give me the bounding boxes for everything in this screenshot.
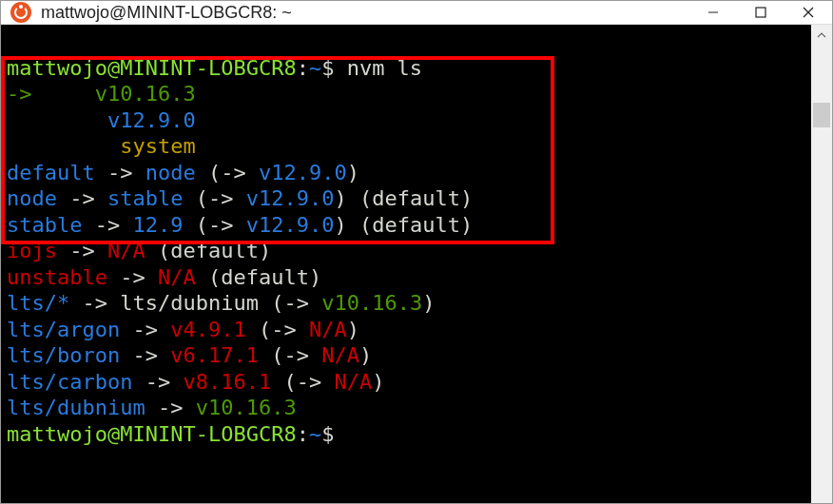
- na: N/A: [334, 370, 372, 394]
- arrow: ->: [132, 343, 158, 367]
- terminal-body[interactable]: mattwojo@MININT-LOBGCR8:~$ nvm ls -> v10…: [1, 25, 832, 503]
- stable-name: stable: [107, 186, 183, 210]
- prompt-dollar: $: [321, 56, 334, 80]
- line-node: node -> stable (-> v12.9.0) (default): [7, 186, 473, 210]
- command-text: nvm ls: [347, 56, 422, 80]
- prompt-dollar: $: [321, 422, 334, 446]
- close-button[interactable]: [785, 1, 832, 24]
- line-unstable: unstable -> N/A (default): [7, 265, 321, 289]
- paren-close: ): [372, 370, 384, 394]
- prompt-userhost: mattwojo@MININT-LOBGCR8: [7, 422, 297, 446]
- line-system: system: [7, 134, 196, 158]
- prompt-line-1: mattwojo@MININT-LOBGCR8:~$ nvm ls: [7, 56, 422, 80]
- default-txt: (default): [359, 186, 473, 210]
- paren-arrow: (->: [196, 186, 234, 210]
- paren-arrow: (->: [196, 213, 234, 237]
- current-arrow: ->: [7, 82, 32, 106]
- ubuntu-icon: [10, 2, 31, 23]
- arrow: ->: [145, 370, 171, 394]
- paren-close: ): [359, 343, 372, 367]
- paren-arrow: (->: [208, 161, 246, 184]
- line-v2: v12.9.0: [7, 108, 196, 132]
- stable-label: stable: [7, 213, 82, 237]
- default-label: default: [7, 161, 95, 184]
- default-txt: (default): [158, 239, 271, 262]
- scroll-thumb[interactable]: [813, 103, 830, 127]
- paren-close: ): [334, 186, 346, 210]
- paren-arrow: (->: [283, 370, 321, 394]
- arrow: ->: [69, 239, 95, 262]
- paren-arrow: (->: [271, 343, 309, 367]
- na: N/A: [321, 343, 359, 367]
- v12-9-0: v12.9.0: [246, 186, 335, 210]
- prompt-sep: :: [297, 422, 309, 446]
- line-current: -> v10.16.3: [7, 82, 196, 106]
- paren-close: ): [422, 291, 435, 315]
- svg-rect-1: [756, 8, 765, 17]
- iojs-label: iojs: [7, 239, 57, 262]
- node-name: node: [145, 161, 196, 184]
- default-txt: (default): [208, 265, 321, 289]
- line-default: default -> node (-> v12.9.0): [7, 161, 359, 184]
- window-controls: [689, 1, 832, 24]
- scrollbar[interactable]: [811, 25, 832, 503]
- node-label: node: [7, 186, 57, 210]
- unstable-label: unstable: [7, 265, 107, 289]
- v12-9-0: v12.9.0: [259, 161, 347, 184]
- arrow: ->: [95, 213, 121, 237]
- n12-9: 12.9: [132, 213, 183, 237]
- terminal-window: mattwojo@MININT-LOBGCR8: ~ mattwojo@MINI…: [0, 0, 833, 504]
- na: N/A: [158, 265, 196, 289]
- version-12-9-0: v12.9.0: [107, 108, 196, 132]
- v10-16-3: v10.16.3: [321, 291, 422, 315]
- arrow: ->: [107, 161, 133, 184]
- lts-carbon-label: lts/carbon: [7, 370, 132, 394]
- version-10-16-3: v10.16.3: [95, 82, 196, 106]
- titlebar: mattwojo@MININT-LOBGCR8: ~: [1, 1, 832, 25]
- paren-arrow: (->: [271, 291, 309, 315]
- default-txt: (default): [359, 213, 473, 237]
- lts-boron-label: lts/boron: [7, 343, 120, 367]
- system-label: system: [120, 134, 195, 158]
- arrow: ->: [82, 291, 107, 315]
- maximize-button[interactable]: [737, 1, 785, 24]
- scroll-up-icon[interactable]: [811, 25, 832, 46]
- arrow: ->: [132, 318, 158, 341]
- line-lts-dubnium: lts/dubnium -> v10.16.3: [7, 396, 297, 419]
- na: N/A: [309, 318, 347, 341]
- v8-16-1: v8.16.1: [183, 370, 271, 394]
- v10-16-3: v10.16.3: [196, 396, 297, 419]
- v12-9-0: v12.9.0: [246, 213, 335, 237]
- v6-17-1: v6.17.1: [170, 343, 259, 367]
- line-iojs: iojs -> N/A (default): [7, 239, 271, 262]
- prompt-path: ~: [309, 56, 321, 80]
- paren-close: ): [347, 318, 359, 341]
- line-lts-argon: lts/argon -> v4.9.1 (-> N/A): [7, 318, 359, 341]
- prompt-userhost: mattwojo@MININT-LOBGCR8: [7, 56, 297, 80]
- arrow: ->: [158, 396, 184, 419]
- v4-9-1: v4.9.1: [170, 318, 245, 341]
- arrow: ->: [69, 186, 95, 210]
- line-lts-star: lts/* -> lts/dubnium (-> v10.16.3): [7, 291, 435, 315]
- line-lts-boron: lts/boron -> v6.17.1 (-> N/A): [7, 343, 372, 367]
- prompt-line-2: mattwojo@MININT-LOBGCR8:~$: [7, 422, 334, 446]
- terminal-content[interactable]: mattwojo@MININT-LOBGCR8:~$ nvm ls -> v10…: [1, 25, 811, 503]
- lts-dubnium-label: lts/dubnium: [7, 396, 145, 419]
- prompt-sep: :: [297, 56, 309, 80]
- line-stable: stable -> 12.9 (-> v12.9.0) (default): [7, 213, 473, 237]
- paren-close: ): [334, 213, 346, 237]
- lts-star-label: lts/*: [7, 291, 69, 315]
- minimize-button[interactable]: [689, 1, 737, 24]
- window-title: mattwojo@MININT-LOBGCR8: ~: [41, 3, 689, 23]
- arrow: ->: [120, 265, 145, 289]
- lts-argon-label: lts/argon: [7, 318, 120, 341]
- paren-close: ): [347, 161, 359, 184]
- line-lts-carbon: lts/carbon -> v8.16.1 (-> N/A): [7, 370, 384, 394]
- prompt-path: ~: [309, 422, 321, 446]
- na: N/A: [107, 239, 145, 262]
- paren-arrow: (->: [259, 318, 297, 341]
- lts-dubnium-name: lts/dubnium: [120, 291, 259, 315]
